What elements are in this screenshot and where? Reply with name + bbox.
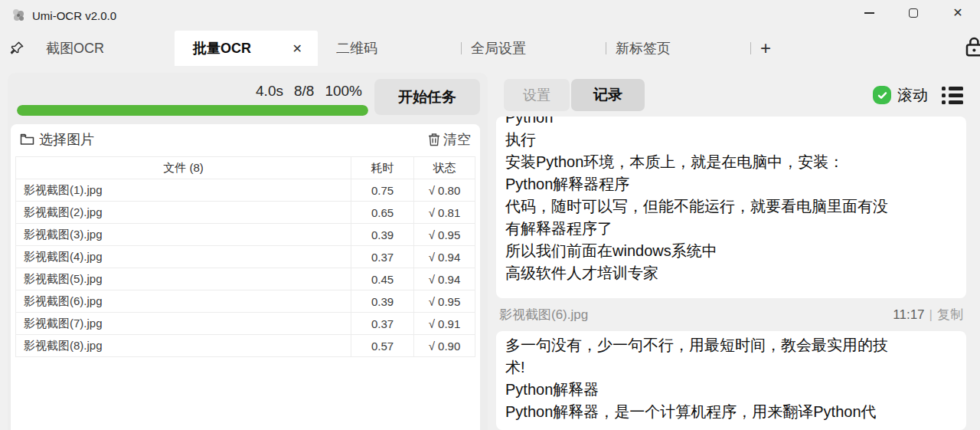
- table-row[interactable]: 影视截图(7).jpg 0.37 √ 0.91: [16, 313, 475, 335]
- ocr-text-line: Python: [505, 117, 957, 129]
- column-header-file: 文件 (8): [16, 157, 351, 179]
- time-cell: 0.37: [351, 246, 414, 268]
- progress-bar: [17, 105, 368, 116]
- record-text-block[interactable]: Python 执行 安装Python环境，本质上，就是在电脑中，安装： Pyth…: [496, 117, 966, 298]
- record-file-name: 影视截图(6).jpg: [499, 306, 588, 323]
- ocr-text-line: 所以我们前面在windows系统中: [505, 240, 957, 262]
- ocr-text-line: 术!: [505, 356, 957, 379]
- status-cell: √ 0.95: [414, 290, 475, 313]
- record-separator: |: [929, 307, 933, 323]
- table-row[interactable]: 影视截图(6).jpg 0.39 √ 0.95: [16, 290, 475, 313]
- stat-elapsed: 4.0s: [256, 83, 283, 100]
- record-list: Python 执行 安装Python环境，本质上，就是在电脑中，安装： Pyth…: [496, 117, 966, 430]
- table-row[interactable]: 影视截图(4).jpg 0.37 √ 0.94: [16, 246, 475, 268]
- tab-qrcode[interactable]: 二维码: [318, 31, 461, 66]
- add-tab-button[interactable]: +: [751, 31, 797, 66]
- status-cell: √ 0.94: [414, 246, 475, 268]
- tab-batch-ocr[interactable]: 批量OCR ✕: [175, 31, 318, 66]
- file-cell: 影视截图(5).jpg: [16, 268, 351, 290]
- maximize-button[interactable]: [891, 0, 936, 26]
- time-cell: 0.65: [351, 202, 414, 224]
- time-cell: 0.37: [351, 313, 414, 335]
- table-row[interactable]: 影视截图(8).jpg 0.57 √ 0.90: [16, 335, 475, 357]
- tab-label: 批量OCR: [193, 39, 251, 57]
- close-button[interactable]: ✕: [936, 0, 980, 26]
- tab-new-page[interactable]: 新标签页: [606, 31, 750, 66]
- tab-settings[interactable]: 设置: [504, 79, 570, 111]
- stat-percent: 100%: [325, 83, 362, 100]
- pin-button[interactable]: [0, 31, 34, 66]
- list-icon-row: [942, 87, 963, 90]
- scroll-toggle-label: 滚动: [897, 85, 928, 106]
- time-cell: 0.39: [351, 224, 414, 246]
- ocr-text-line: 代码，随时可以写，但能不能运行，就要看电脑里面有没: [505, 195, 957, 218]
- copy-record-link[interactable]: 复制: [937, 306, 963, 323]
- file-list-card: 选择图片 清空 文件 (8) 耗时 状态 影视截图(1).jpg 0.75 √ …: [11, 124, 480, 430]
- table-row[interactable]: 影视截图(2).jpg 0.65 √ 0.81: [16, 202, 475, 224]
- tab-label: 截图OCR: [46, 39, 104, 57]
- column-header-status: 状态: [414, 157, 475, 179]
- record-text-block[interactable]: 多一句没有，少一句不行，用最短时间，教会最实用的技 术! Python解释器 P…: [496, 331, 966, 430]
- time-cell: 0.75: [351, 179, 414, 202]
- status-cell: √ 0.95: [414, 224, 475, 246]
- tab-close-icon[interactable]: ✕: [292, 41, 302, 56]
- select-images-button[interactable]: 选择图片: [20, 130, 94, 149]
- ocr-text-line: 安装Python环境，本质上，就是在电脑中，安装：: [505, 151, 957, 173]
- title-bar: Umi-OCR v2.0.0 ✕: [0, 0, 980, 31]
- file-cell: 影视截图(1).jpg: [16, 179, 351, 202]
- status-cell: √ 0.90: [414, 335, 475, 357]
- file-cell: 影视截图(4).jpg: [16, 246, 351, 268]
- folder-icon: [20, 133, 34, 146]
- time-cell: 0.45: [351, 268, 414, 290]
- status-cell: √ 0.80: [414, 179, 475, 202]
- task-stats: 4.0s 8/8 100%: [17, 79, 368, 103]
- table-header-row: 文件 (8) 耗时 状态: [16, 157, 475, 179]
- ocr-text-line: 执行: [505, 129, 957, 151]
- progress-fill: [17, 105, 368, 116]
- tab-records[interactable]: 记录: [571, 79, 645, 111]
- ocr-text-line: 有解释器程序了: [505, 218, 957, 240]
- start-task-button[interactable]: 开始任务: [374, 79, 480, 115]
- tab-screenshot-ocr[interactable]: 截图OCR: [34, 31, 175, 66]
- file-cell: 影视截图(7).jpg: [16, 313, 351, 335]
- window-title: Umi-OCR v2.0.0: [32, 9, 116, 22]
- stat-count: 8/8: [294, 83, 314, 100]
- status-cell: √ 0.91: [414, 313, 475, 335]
- table-row[interactable]: 影视截图(3).jpg 0.39 √ 0.95: [16, 224, 475, 246]
- list-icon-row: [942, 94, 963, 97]
- scroll-checkbox[interactable]: [873, 86, 891, 104]
- select-images-label: 选择图片: [39, 130, 94, 149]
- minimize-button[interactable]: [847, 0, 891, 26]
- ocr-text-line: Python解释器，是一个计算机程序，用来翻译Python代: [505, 401, 957, 423]
- tab-label: 二维码: [336, 39, 377, 57]
- file-table: 文件 (8) 耗时 状态 影视截图(1).jpg 0.75 √ 0.80 影视截…: [15, 156, 475, 357]
- ocr-text-line: Python解释器: [505, 379, 957, 401]
- minimize-icon: [864, 12, 874, 14]
- clear-list-label: 清空: [443, 130, 471, 149]
- list-icon-row: [942, 100, 963, 104]
- trash-icon: [428, 133, 440, 146]
- pushpin-icon: [9, 41, 24, 56]
- status-cell: √ 0.94: [414, 268, 475, 290]
- plus-icon: +: [760, 38, 771, 59]
- tab-label: 新标签页: [616, 39, 671, 57]
- result-panel: 设置 记录 滚动 Python 执行 安装Python环境，本质上，就是在电脑中…: [496, 73, 974, 430]
- ocr-text-line: 多一句没有，少一句不行，用最短时间，教会最实用的技: [505, 334, 957, 356]
- status-cell: √ 0.81: [414, 202, 475, 224]
- time-cell: 0.39: [351, 290, 414, 313]
- tab-global-settings[interactable]: 全局设置: [462, 31, 606, 66]
- tab-label: 全局设置: [471, 39, 526, 57]
- table-row[interactable]: 影视截图(1).jpg 0.75 √ 0.80: [16, 179, 475, 202]
- ocr-text-line: 高级软件人才培训专家: [505, 262, 957, 284]
- record-menu-button[interactable]: [942, 87, 963, 104]
- lock-layout-button[interactable]: [963, 35, 980, 58]
- clear-list-button[interactable]: 清空: [428, 130, 471, 149]
- maximize-icon: [909, 8, 918, 18]
- time-cell: 0.57: [351, 335, 414, 357]
- file-cell: 影视截图(8).jpg: [16, 335, 351, 357]
- column-header-time: 耗时: [351, 157, 414, 179]
- tab-bar: 截图OCR 批量OCR ✕ 二维码 全局设置 新标签页 +: [0, 31, 980, 66]
- table-row[interactable]: 影视截图(5).jpg 0.45 √ 0.94: [16, 268, 475, 290]
- record-timestamp: 11:17: [893, 307, 924, 323]
- lock-icon: [963, 35, 980, 58]
